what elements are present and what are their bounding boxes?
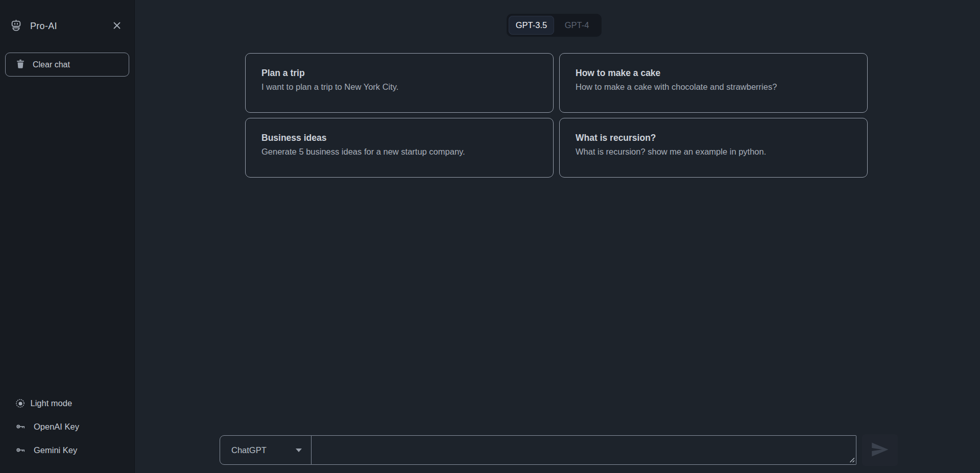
card-subtitle: What is recursion? show me an example in…: [576, 147, 852, 157]
suggestion-card-plan-a-trip[interactable]: Plan a trip I want to plan a trip to New…: [245, 53, 554, 113]
light-mode-label: Light mode: [31, 399, 73, 408]
chat-input-wrap: [312, 435, 856, 465]
suggestion-card-business-ideas[interactable]: Business ideas Generate 5 business ideas…: [245, 118, 554, 178]
app-title: Pro-AI: [30, 21, 57, 32]
suggestion-cards: Plan a trip I want to plan a trip to New…: [245, 53, 868, 178]
card-title: Business ideas: [261, 133, 538, 143]
gemini-key-button[interactable]: Gemini Key: [0, 438, 134, 462]
card-subtitle: How to make a cake with chocolate and st…: [576, 82, 852, 92]
openai-key-label: OpenAI Key: [34, 422, 79, 432]
sun-icon: [15, 399, 22, 408]
card-title: How to make a cake: [576, 68, 852, 79]
clear-chat-button[interactable]: Clear chat: [5, 53, 129, 77]
model-toggle: GPT-3.5 GPT-4: [507, 14, 602, 37]
suggestion-card-make-a-cake[interactable]: How to make a cake How to make a cake wi…: [559, 53, 868, 113]
tab-gpt-4-label: GPT-4: [565, 20, 589, 30]
tab-gpt-4[interactable]: GPT-4: [554, 16, 600, 35]
card-title: Plan a trip: [261, 68, 538, 79]
tab-gpt-3-5[interactable]: GPT-3.5: [509, 16, 554, 35]
light-mode-button[interactable]: Light mode: [0, 392, 134, 415]
sidebar-footer: Light mode OpenAI Key Gemini Key: [0, 392, 134, 473]
suggestion-card-recursion[interactable]: What is recursion? What is recursion? sh…: [559, 118, 868, 178]
card-title: What is recursion?: [576, 133, 852, 143]
tab-gpt-3-5-label: GPT-3.5: [516, 20, 547, 30]
card-subtitle: I want to plan a trip to New York City.: [261, 82, 538, 92]
send-button[interactable]: [862, 434, 898, 466]
openai-key-button[interactable]: OpenAI Key: [0, 415, 134, 438]
trash-icon: [16, 59, 25, 70]
close-icon: [112, 21, 122, 32]
card-subtitle: Generate 5 business ideas for a new star…: [261, 147, 538, 157]
close-sidebar-button[interactable]: [110, 19, 124, 34]
composer: ChatGPT: [220, 435, 856, 465]
sidebar-spacer: [0, 77, 134, 392]
sidebar: Pro-AI Clear chat: [0, 0, 135, 473]
key-icon: [15, 445, 26, 455]
model-select-dropdown[interactable]: ChatGPT: [220, 435, 312, 465]
chat-input[interactable]: [312, 435, 856, 465]
gemini-key-label: Gemini Key: [34, 445, 77, 455]
sidebar-header: Pro-AI: [0, 0, 134, 34]
app-brand: Pro-AI: [9, 18, 110, 34]
model-select-value: ChatGPT: [231, 445, 267, 455]
chevron-down-icon: [296, 449, 302, 452]
key-icon: [15, 421, 26, 432]
clear-chat-label: Clear chat: [33, 60, 70, 69]
send-icon: [870, 442, 890, 459]
robot-icon: [9, 18, 23, 34]
